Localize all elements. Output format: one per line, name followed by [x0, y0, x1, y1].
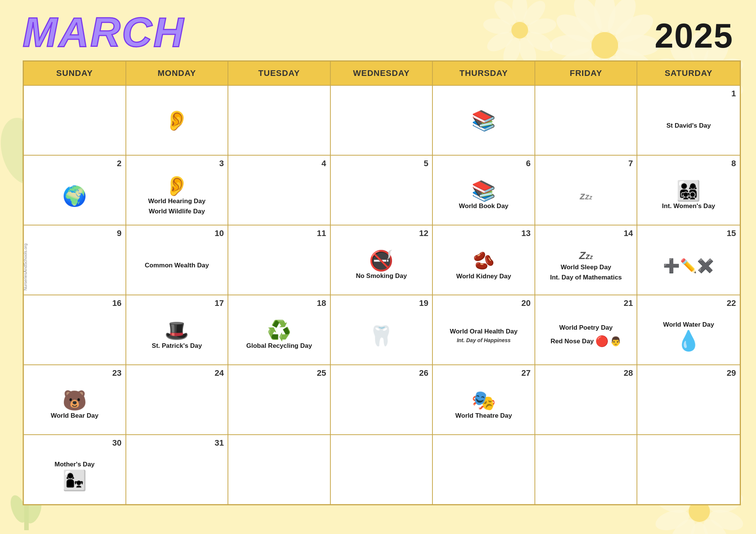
- cell-26: 26: [331, 364, 433, 434]
- cell-empty-w6-5: [433, 434, 535, 504]
- cell-27: 27 🎭 World Theatre Day: [433, 364, 535, 434]
- day-13: 13: [521, 228, 530, 238]
- header-thursday: THURSDAY: [433, 62, 535, 85]
- year-title: 2025: [655, 11, 733, 53]
- calendar-header: SUNDAY MONDAY TUESDAY WEDNESDAY THURSDAY…: [24, 62, 740, 85]
- cell-empty-w6-4: [331, 434, 433, 504]
- cell-11: 11: [228, 225, 331, 295]
- cell-empty-1: [24, 85, 126, 155]
- label-st-davids: St David's Day: [666, 122, 711, 130]
- icon-rednose: 🔴: [595, 335, 609, 347]
- label-bear: World Bear Day: [51, 412, 98, 420]
- cell-empty-w6-7: [637, 434, 740, 504]
- watermark: NurseriesAndSchools.org: [23, 244, 28, 291]
- cell-12: 12 🚭 No Smoking Day: [331, 225, 433, 295]
- icon-kidney: 🫘: [473, 250, 494, 271]
- icon-no-smoking: 🚭: [369, 251, 393, 270]
- cell-2: 2 🌍: [24, 155, 126, 225]
- zzz-hint: zzz: [580, 190, 592, 202]
- day-24: 24: [215, 368, 224, 378]
- day-8: 8: [731, 159, 736, 168]
- month-title: MARCH: [23, 11, 185, 53]
- cell-empty-6: [535, 85, 638, 155]
- cell-30: 30 Mother's Day 👩‍👧: [24, 434, 126, 504]
- day-16: 16: [112, 298, 121, 308]
- day-26: 26: [419, 368, 428, 378]
- calendar-body: 👂 📚 1 St David's Day 2 🌍: [24, 85, 740, 504]
- cell-empty-3: [228, 85, 331, 155]
- header-tuesday: TUESDAY: [228, 62, 331, 85]
- icon-shamrock-hat: 🎩: [164, 321, 189, 340]
- cell-24: 24: [126, 364, 229, 434]
- label-kidney: World Kidney Day: [456, 272, 511, 281]
- label-commonwealth: Common Wealth Day: [145, 261, 209, 270]
- day-3: 3: [219, 159, 224, 168]
- cell-9: 9: [24, 225, 126, 295]
- day-19: 19: [419, 298, 428, 308]
- cell-6: 6 📚 World Book Day: [433, 155, 535, 225]
- cell-empty-5: 📚: [433, 85, 535, 155]
- cell-7: 7 zzz: [535, 155, 638, 225]
- cell-empty-2: 👂: [126, 85, 229, 155]
- day-11: 11: [317, 228, 326, 238]
- header: MARCH 2025: [0, 0, 756, 57]
- header-saturday: SATURDAY: [637, 62, 740, 85]
- cell-23: 23 🐻 World Bear Day: [24, 364, 126, 434]
- icon-mustache: 👨: [610, 336, 621, 347]
- icon-tooth: 🦷: [369, 326, 393, 346]
- cell-21: 21 World Poetry Day Red Nose Day 🔴 👨: [535, 295, 638, 364]
- label-hearing: World Hearing Day: [148, 197, 206, 205]
- cell-empty-w6-3: [228, 434, 331, 504]
- cell-empty-w6-6: [535, 434, 638, 504]
- header-sunday: SUNDAY: [24, 62, 126, 85]
- cell-20: 20 World Oral Health Day Int. Day of Hap…: [433, 295, 535, 364]
- cell-10: 10 Common Wealth Day: [126, 225, 229, 295]
- day-25: 25: [317, 368, 326, 378]
- day-6: 6: [526, 159, 531, 168]
- day-2: 2: [117, 159, 121, 168]
- cell-25: 25: [228, 364, 331, 434]
- cell-17: 17 🎩 St. Patrick's Day: [126, 295, 229, 364]
- cell-1: 1 St David's Day: [637, 85, 740, 155]
- day-28: 28: [624, 368, 633, 378]
- cell-18: 18 ♻️ Global Recycling Day: [228, 295, 331, 364]
- icon-women: 👨‍👩‍👧‍👦: [676, 181, 701, 201]
- icon-sleep: Zzz: [579, 250, 593, 262]
- day-10: 10: [215, 228, 224, 238]
- cell-28: 28: [535, 364, 638, 434]
- cell-14: 14 Zzz World Sleep Day Int. Day of Mathe…: [535, 225, 638, 295]
- icon-theatre: 🎭: [471, 390, 496, 410]
- cell-5: 5: [331, 155, 433, 225]
- icon-books: 📚: [471, 181, 496, 201]
- cell-29: 29: [637, 364, 740, 434]
- label-water: World Water Day: [663, 321, 714, 329]
- cell-empty-4: [331, 85, 433, 155]
- label-happiness: Int. Day of Happiness: [457, 337, 510, 344]
- day-5: 5: [424, 159, 428, 168]
- header-monday: MONDAY: [126, 62, 229, 85]
- day-30: 30: [112, 438, 121, 448]
- label-mothers: Mother's Day: [54, 460, 94, 469]
- cell-3: 3 👂 World Hearing Day World Wildlife Day: [126, 155, 229, 225]
- cell-16: 16: [24, 295, 126, 364]
- cell-13: 13 🫘 World Kidney Day: [433, 225, 535, 295]
- day-9: 9: [117, 228, 121, 238]
- label-theatre: World Theatre Day: [455, 412, 512, 420]
- label-womens-day: Int. Women's Day: [662, 202, 715, 210]
- cell-4: 4: [228, 155, 331, 225]
- icon-books-pre: 📚: [471, 111, 496, 130]
- day-23: 23: [112, 368, 121, 378]
- day-29: 29: [727, 368, 736, 378]
- label-maths: Int. Day of Mathematics: [550, 273, 622, 282]
- label-wildlife: World Wildlife Day: [149, 207, 205, 216]
- calendar: SUNDAY MONDAY TUESDAY WEDNESDAY THURSDAY…: [23, 60, 741, 505]
- day-12: 12: [419, 228, 428, 238]
- icon-recycle: ♻️: [267, 321, 291, 340]
- label-book-day: World Book Day: [459, 202, 508, 210]
- cell-8: 8 👨‍👩‍👧‍👦 Int. Women's Day: [637, 155, 740, 225]
- header-wednesday: WEDNESDAY: [331, 62, 433, 85]
- cell-19: 19 🦷: [331, 295, 433, 364]
- day-22: 22: [727, 298, 736, 308]
- label-poetry: World Poetry Day: [559, 324, 612, 332]
- day-15: 15: [727, 228, 736, 238]
